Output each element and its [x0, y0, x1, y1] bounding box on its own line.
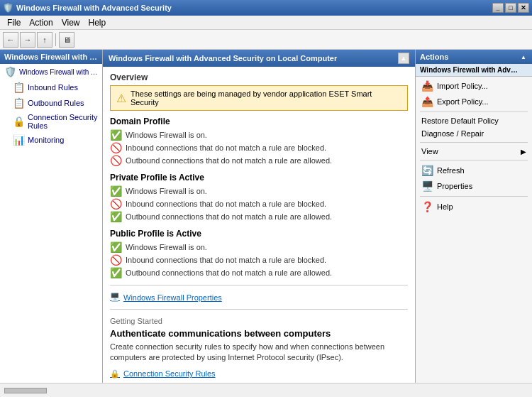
public-profile-title: Public Profile is Active [110, 229, 408, 239]
domain-status-1-text: Windows Firewall is on. [126, 131, 207, 139]
export-icon: 📤 [421, 96, 433, 107]
tree-inbound-label: Inbound Rules [28, 83, 78, 92]
menu-view[interactable]: View [57, 16, 84, 29]
action-export-label: Export Policy... [437, 97, 489, 106]
private-profile-title: Private Profile is Active [110, 173, 408, 183]
right-panel: Actions ▲ Windows Firewall with Advanced… [415, 50, 532, 383]
getting-started-label: Getting Started [110, 317, 408, 325]
menu-action[interactable]: Action [25, 16, 57, 29]
refresh-icon: 🔄 [421, 165, 433, 176]
warning-icon: ⚠ [116, 92, 126, 105]
check-icon-2: ✅ [110, 185, 122, 197]
right-panel-header: Actions ▲ [416, 50, 532, 64]
domain-status-3-text: Outbound connections that do not match a… [126, 156, 332, 165]
minimize-button[interactable]: _ [492, 3, 504, 13]
center-header: Windows Firewall with Advanced Security … [103, 50, 415, 67]
block-icon-1: 🚫 [110, 142, 122, 153]
overview-section: Overview ⚠ These settings are being mana… [110, 72, 408, 310]
action-view-label: View [421, 147, 438, 156]
toolbar-separator [55, 33, 56, 46]
window-controls: _ □ ✕ [492, 3, 529, 13]
menu-bar: File Action View Help [0, 16, 532, 30]
connection-security-link[interactable]: 🔒 Connection Security Rules [110, 368, 408, 380]
private-status-2-text: Inbound connections that do not match a … [126, 200, 326, 208]
show-hide-button[interactable]: 🖥 [59, 32, 74, 48]
action-separator-2 [420, 142, 528, 143]
check-icon-4: ✅ [110, 241, 122, 253]
action-restore-default[interactable]: Restore Default Policy [416, 114, 532, 127]
action-import-label: Import Policy... [437, 82, 488, 90]
back-button[interactable]: ← [3, 32, 18, 48]
connection-icon: 🔒 [13, 116, 25, 127]
status-bar [0, 383, 532, 397]
private-status-3: ✅ Outbound connections that do not match… [110, 210, 408, 223]
right-subheader-text: Windows Firewall with Advanced Security … [420, 66, 519, 74]
forward-button[interactable]: → [20, 32, 35, 48]
tree-root-label: Windows Firewall with Advanc... [19, 68, 98, 76]
action-export-policy[interactable]: 📤 Export Policy... [416, 94, 532, 109]
import-icon: 📥 [421, 80, 433, 92]
center-panel: Windows Firewall with Advanced Security … [103, 50, 415, 383]
domain-status-2-text: Inbound connections that do not match a … [126, 143, 326, 152]
left-panel: Windows Firewall with Advanc... 🛡️ Windo… [0, 50, 103, 383]
public-status-2-text: Inbound connections that do not match a … [126, 256, 326, 264]
tree-outbound-rules[interactable]: 📋 Outbound Rules [0, 95, 102, 111]
action-properties[interactable]: 🖥️ Properties [416, 178, 532, 194]
firewall-properties-link[interactable]: 🖥️ Windows Firewall Properties [110, 291, 408, 303]
domain-profile: Domain Profile ✅ Windows Firewall is on.… [110, 116, 408, 167]
actions-title: Actions [420, 53, 448, 61]
public-status-3-text: Outbound connections that do not match a… [126, 268, 332, 277]
private-status-1: ✅ Windows Firewall is on. [110, 185, 408, 197]
action-diagnose[interactable]: Diagnose / Repair [416, 127, 532, 140]
status-scrollbar-thumb[interactable] [4, 388, 47, 393]
action-refresh-label: Refresh [437, 166, 465, 175]
action-view[interactable]: View ▶ [416, 145, 532, 158]
check-icon-5: ✅ [110, 267, 122, 278]
center-scroll-up[interactable]: ▲ [398, 53, 409, 64]
domain-profile-title: Domain Profile [110, 116, 408, 126]
center-title: Windows Firewall with Advanced Security … [109, 54, 337, 62]
warning-banner: ⚠ These settings are being managed by ve… [110, 85, 408, 111]
connection-security-link-text: Connection Security Rules [123, 369, 216, 378]
check-icon-1: ✅ [110, 129, 122, 141]
block-icon-3: 🚫 [110, 198, 122, 210]
action-refresh[interactable]: 🔄 Refresh [416, 163, 532, 178]
close-button[interactable]: ✕ [518, 3, 529, 13]
divider-1 [110, 285, 408, 285]
right-subheader: Windows Firewall with Advanced Security … [416, 64, 532, 77]
center-scroll-area[interactable]: Overview ⚠ These settings are being mana… [103, 67, 415, 383]
tree-root[interactable]: 🛡️ Windows Firewall with Advanc... [0, 64, 102, 80]
maximize-button[interactable]: □ [505, 3, 516, 13]
action-restore-label: Restore Default Policy [421, 116, 499, 125]
action-help[interactable]: ❓ Help [416, 199, 532, 214]
tree-monitoring[interactable]: 📊 Monitoring [0, 132, 102, 148]
private-status-2: 🚫 Inbound connections that do not match … [110, 197, 408, 210]
tree-outbound-label: Outbound Rules [28, 99, 84, 107]
outbound-icon: 📋 [13, 97, 25, 109]
firewall-icon: 🛡️ [4, 66, 16, 77]
menu-help[interactable]: Help [84, 16, 111, 29]
connection-security-icon: 🔒 [110, 369, 120, 379]
title-bar: 🛡️ Windows Firewall with Advanced Securi… [0, 0, 532, 16]
public-status-2: 🚫 Inbound connections that do not match … [110, 254, 408, 266]
action-separator-3 [420, 160, 528, 161]
gs-section1-title: Authenticate communications between comp… [110, 328, 408, 339]
private-status-1-text: Windows Firewall is on. [126, 187, 207, 195]
action-separator-1 [420, 112, 528, 112]
actions-scroll-up[interactable]: ▲ [519, 53, 528, 61]
action-properties-label: Properties [437, 182, 472, 190]
warning-text: These settings are being managed by vend… [131, 89, 401, 107]
domain-status-2: 🚫 Inbound connections that do not match … [110, 141, 408, 154]
gs-section1-text: Create connection security rules to spec… [110, 342, 408, 364]
main-container: Windows Firewall with Advanc... 🛡️ Windo… [0, 50, 532, 383]
action-import-policy[interactable]: 📥 Import Policy... [416, 78, 532, 94]
up-button[interactable]: ↑ [37, 32, 52, 48]
block-icon-2: 🚫 [110, 155, 122, 166]
tree-inbound-rules[interactable]: 📋 Inbound Rules [0, 80, 102, 95]
tree-connection-label: Connection Security Rules [28, 113, 98, 130]
action-separator-4 [420, 196, 528, 197]
tree-connection-security[interactable]: 🔒 Connection Security Rules [0, 111, 102, 132]
menu-file[interactable]: File [3, 16, 25, 29]
check-icon-3: ✅ [110, 211, 122, 222]
block-icon-4: 🚫 [110, 254, 122, 266]
